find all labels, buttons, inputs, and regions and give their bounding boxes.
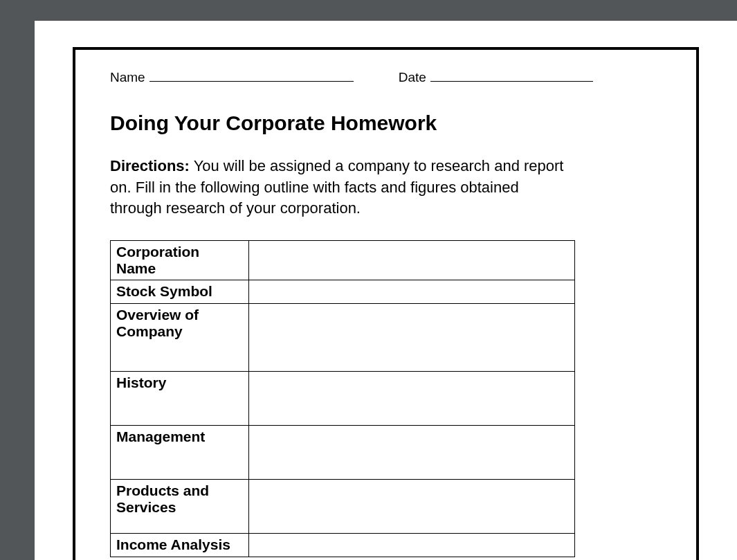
row-label: Stock Symbol — [111, 280, 249, 304]
table-row: History — [111, 372, 575, 426]
row-value-cell[interactable] — [249, 534, 575, 557]
table-row: Overview of Company — [111, 304, 575, 372]
date-input-line[interactable] — [430, 67, 593, 82]
row-value-cell[interactable] — [249, 304, 575, 372]
row-label: History — [111, 372, 249, 426]
row-label: Corporation Name — [111, 241, 249, 280]
content-frame: Name Date Doing Your Corporate Homework … — [73, 47, 699, 560]
row-label: Income Analysis — [111, 534, 249, 557]
directions-label: Directions: — [110, 157, 190, 174]
table-row: Products and Services — [111, 480, 575, 534]
row-label: Overview of Company — [111, 304, 249, 372]
table-row: Stock Symbol — [111, 280, 575, 304]
table-row: Income Analysis — [111, 534, 575, 557]
row-value-cell[interactable] — [249, 280, 575, 304]
page-title: Doing Your Corporate Homework — [110, 111, 662, 135]
name-field: Name — [110, 67, 354, 85]
date-label: Date — [399, 70, 426, 85]
date-field: Date — [399, 67, 593, 85]
row-label: Products and Services — [111, 480, 249, 534]
row-label: Management — [111, 426, 249, 480]
header-line: Name Date — [110, 67, 662, 85]
worksheet-table: Corporation NameStock SymbolOverview of … — [110, 240, 575, 557]
row-value-cell[interactable] — [249, 426, 575, 480]
row-value-cell[interactable] — [249, 372, 575, 426]
table-row: Management — [111, 426, 575, 480]
row-value-cell[interactable] — [249, 241, 575, 280]
name-label: Name — [110, 70, 145, 85]
name-input-line[interactable] — [149, 67, 354, 82]
document-page: Name Date Doing Your Corporate Homework … — [35, 21, 737, 560]
row-value-cell[interactable] — [249, 480, 575, 534]
table-row: Corporation Name — [111, 241, 575, 280]
directions-paragraph: Directions: You will be assigned a compa… — [110, 156, 574, 219]
